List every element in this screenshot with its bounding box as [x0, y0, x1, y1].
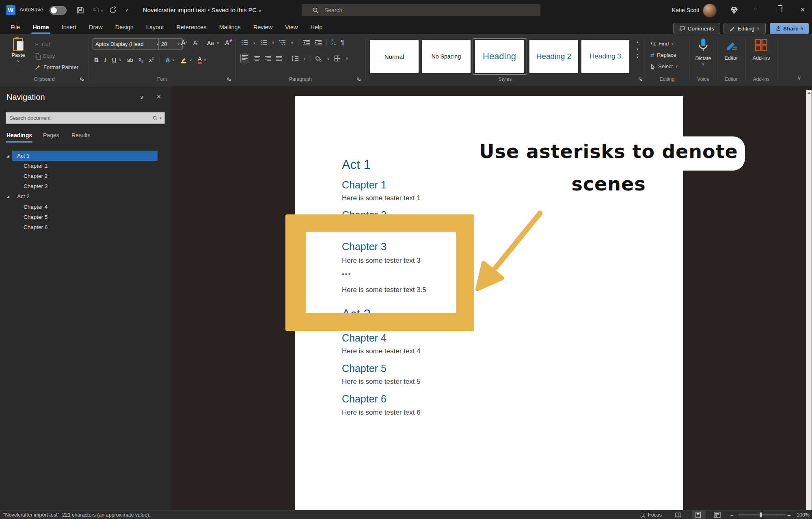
navigation-collapse-icon[interactable]: ∨ [140, 94, 144, 100]
style-normal[interactable]: Normal [370, 40, 419, 73]
numbered-list-icon[interactable] [260, 39, 268, 46]
addins-button[interactable]: Add-ins [745, 38, 777, 61]
comments-button[interactable]: Comments [673, 23, 720, 34]
zoom-in-button[interactable]: + [787, 510, 791, 519]
web-layout-button[interactable] [714, 510, 721, 519]
tab-mailings[interactable]: Mailings [219, 24, 241, 30]
avatar[interactable] [703, 4, 717, 17]
font-color-button[interactable]: A [198, 56, 202, 64]
replace-button[interactable]: ⇄ Replace [650, 52, 676, 58]
doc-heading-chapter6[interactable]: Chapter 6 [342, 393, 387, 405]
tree-item-chapter4[interactable]: Chapter 4 [0, 202, 172, 212]
search-input[interactable] [324, 6, 496, 14]
focus-button[interactable]: Focus [640, 510, 662, 519]
clipboard-dialog-launcher-icon[interactable] [80, 77, 84, 82]
tree-item-act1[interactable]: ◢ Act 1 [0, 151, 172, 161]
align-left-button[interactable] [240, 54, 249, 63]
doc-text-1[interactable]: Here is some tester text 1 [342, 194, 421, 202]
copy-button[interactable]: Copy [35, 53, 55, 59]
borders-chevron-icon[interactable]: ∨ [346, 57, 348, 61]
font-color-chevron-icon[interactable]: ∨ [204, 58, 207, 62]
tab-pages[interactable]: Pages [43, 132, 59, 138]
zoom-slider-thumb[interactable] [760, 513, 762, 517]
tab-view[interactable]: View [285, 24, 298, 30]
tab-results[interactable]: Results [71, 132, 91, 138]
styles-scroll-up-icon[interactable]: ▴ [637, 40, 639, 44]
tab-help[interactable]: Help [311, 24, 323, 30]
tab-draw[interactable]: Draw [89, 24, 103, 30]
style-heading2[interactable]: Heading 2 [529, 40, 578, 73]
tab-home[interactable]: Home [32, 24, 49, 30]
line-spacing-chevron-icon[interactable]: ∨ [303, 57, 306, 61]
bullet-list-icon[interactable] [241, 39, 248, 46]
bold-button[interactable]: B [94, 57, 99, 63]
multilevel-chevron-icon[interactable]: ∨ [291, 41, 294, 45]
document-title[interactable]: Novelcrafter import test • Saved to this… [143, 6, 261, 13]
doc-text-5[interactable]: Here is some tester text 5 [342, 378, 421, 386]
style-no-spacing[interactable]: No Spacing [422, 40, 471, 73]
editing-mode-button[interactable]: Editing ∨ [723, 23, 766, 34]
clear-formatting-button[interactable]: A [225, 39, 229, 47]
shrink-font-button[interactable]: A▾ [193, 39, 199, 46]
tree-item-chapter6[interactable]: Chapter 6 [0, 222, 172, 232]
text-effects-button[interactable]: A [166, 57, 170, 63]
underline-button[interactable]: U [112, 57, 117, 63]
zoom-out-button[interactable]: − [730, 510, 734, 519]
tree-item-chapter3[interactable]: Chapter 3 [0, 181, 172, 191]
subscript-button[interactable]: x2 [139, 56, 144, 63]
close-button[interactable]: × [797, 5, 808, 14]
paragraph-dialog-launcher-icon[interactable] [356, 77, 361, 82]
line-spacing-button[interactable] [292, 55, 299, 62]
doc-heading-chapter1[interactable]: Chapter 1 [342, 179, 387, 191]
superscript-button[interactable]: x2 [149, 57, 154, 63]
minimize-button[interactable]: − [750, 5, 761, 13]
sort-button[interactable]: A Z ↓ [331, 39, 336, 46]
styles-dialog-launcher-icon[interactable] [638, 77, 643, 82]
tree-item-act2[interactable]: ◢ Act 2 [0, 191, 172, 201]
tree-expand-icon[interactable]: ◢ [6, 195, 9, 199]
tab-references[interactable]: References [176, 24, 206, 30]
dictate-button[interactable]: Dictate ∨ [689, 37, 717, 66]
tree-item-chapter5[interactable]: Chapter 5 [0, 212, 172, 222]
tab-layout[interactable]: Layout [146, 24, 164, 30]
tree-item-chapter1[interactable]: Chapter 1 [0, 161, 172, 171]
status-character-count[interactable]: "Novelcrafter import test": 221 characte… [3, 510, 151, 519]
strikethrough-button[interactable]: ab [127, 57, 133, 63]
justify-button[interactable] [276, 56, 282, 61]
tab-design[interactable]: Design [115, 24, 134, 30]
find-button[interactable]: Find ∨ [650, 41, 674, 47]
zoom-percentage[interactable]: 100% [797, 510, 810, 519]
doc-text-6[interactable]: Here is some tester text 6 [342, 409, 421, 417]
numbered-chevron-icon[interactable]: ∨ [272, 41, 275, 45]
style-heading[interactable]: Heading [475, 40, 524, 73]
tree-item-chapter2[interactable]: Chapter 2 [0, 171, 172, 181]
restore-button[interactable] [777, 7, 782, 12]
highlight-chevron-icon[interactable]: ∨ [189, 58, 192, 62]
italic-button[interactable]: I [104, 57, 106, 63]
change-case-button[interactable]: Aa ∨ [207, 40, 219, 46]
vertical-scrollbar[interactable] [806, 90, 812, 510]
format-painter-button[interactable]: Format Painter [35, 64, 78, 70]
navigation-close-icon[interactable]: × [157, 93, 161, 101]
save-icon[interactable] [76, 6, 84, 14]
underline-chevron-icon[interactable]: ∨ [119, 58, 122, 62]
read-mode-button[interactable] [675, 510, 682, 519]
select-button[interactable]: Select ∨ [650, 63, 678, 69]
font-dialog-launcher-icon[interactable] [227, 77, 231, 82]
styles-gallery-more-icon[interactable]: ▾ [637, 54, 639, 59]
navigation-search-input[interactable] [6, 115, 152, 121]
undo-dropdown-icon[interactable]: ▾ [101, 9, 103, 13]
search-bar[interactable] [302, 4, 540, 16]
doc-heading-chapter5[interactable]: Chapter 5 [342, 363, 387, 374]
style-heading3[interactable]: Heading 3 [581, 40, 629, 73]
collapse-ribbon-icon[interactable]: ∨ [797, 75, 801, 81]
paste-button[interactable]: Paste ∨ [8, 37, 28, 63]
word-logo-icon[interactable]: W [6, 5, 15, 15]
bullet-chevron-icon[interactable]: ∨ [253, 41, 256, 45]
editor-button[interactable]: Editor [717, 38, 745, 61]
shading-button[interactable] [315, 55, 323, 62]
doc-heading-chapter4[interactable]: Chapter 4 [342, 332, 387, 344]
align-center-button[interactable] [254, 56, 260, 61]
user-name[interactable]: Katie Scott [672, 7, 700, 13]
tree-expand-icon[interactable]: ◢ [6, 154, 9, 158]
